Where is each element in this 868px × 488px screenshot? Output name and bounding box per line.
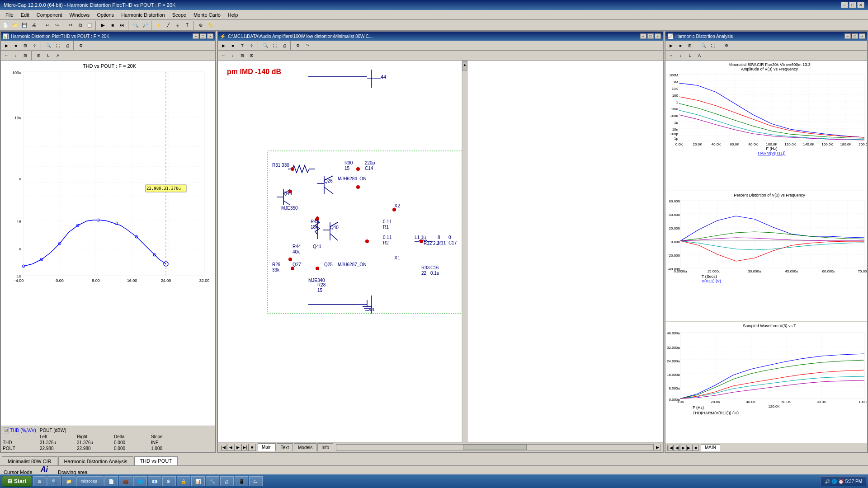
taskbar-app-4[interactable]: microcap (76, 476, 104, 486)
taskbar-app-7[interactable]: 🌐 (133, 476, 147, 486)
sch-hscrollbar[interactable] (336, 444, 654, 450)
toolbar-save[interactable]: 💾 (20, 21, 29, 30)
sch-tb-zoom[interactable]: 🔍 (261, 41, 270, 50)
harm-tb-prop[interactable]: ⚙ (722, 41, 731, 50)
taskbar-app-1[interactable]: 🖥 (33, 476, 47, 486)
harm-tb-step[interactable]: ⊞ (685, 41, 694, 50)
harmonic-maximize[interactable]: □ (852, 33, 858, 39)
thd-tb2-log[interactable]: L (44, 51, 53, 60)
sch-tb-stop[interactable]: ■ (228, 41, 237, 50)
sch-tb-wave[interactable]: 〜 (303, 41, 312, 50)
taskbar-app-5[interactable]: 📄 (104, 476, 118, 486)
sch-nav-prev[interactable]: ◀ (227, 444, 234, 451)
sch-nav-stop[interactable]: ■ (249, 444, 256, 451)
thd-tb2-b[interactable]: ↕ (11, 51, 20, 60)
taskbar-app-12[interactable]: 🔧 (206, 476, 219, 486)
harm-tb2-b[interactable]: ↕ (676, 51, 685, 60)
start-button[interactable]: ⊞ Start (2, 476, 32, 487)
sch-tb-cursor[interactable]: ⊹ (247, 41, 256, 50)
toolbar-undo[interactable]: ↩ (43, 21, 52, 30)
toolbar-redo[interactable]: ↪ (52, 21, 61, 30)
harm-tb-stop[interactable]: ■ (676, 41, 685, 50)
menu-windows[interactable]: Windows (66, 11, 94, 19)
thd-checkbox[interactable]: ☑ (3, 427, 9, 433)
menu-harmonic[interactable]: Harmonic Distortion (118, 11, 169, 19)
taskbar-app-15[interactable]: 🗂 (249, 476, 263, 486)
taskbar-app-6[interactable]: 💼 (119, 476, 132, 486)
toolbar-copy[interactable]: ⧉ (75, 21, 85, 30)
sch-tb2-a[interactable]: ↔ (219, 51, 228, 60)
schematic-content[interactable]: pm IMD -140 dB 44 -44 R31 330 (218, 61, 663, 452)
harm-nav-first[interactable]: |◀ (667, 445, 674, 451)
taskbar-app-9[interactable]: ⚙ (162, 476, 176, 486)
toolbar-run[interactable]: ▶ (99, 21, 108, 30)
harm-tb2-a[interactable]: ↔ (666, 51, 675, 60)
toolbar-component[interactable]: ⚡ (154, 21, 163, 30)
toolbar-text[interactable]: T (183, 21, 192, 30)
taskbar-app-14[interactable]: 📱 (235, 476, 248, 486)
taskbar-app-11[interactable]: 📊 (191, 476, 205, 486)
schematic-close[interactable]: × (655, 33, 661, 39)
sch-tb-run[interactable]: ▶ (219, 41, 228, 50)
toolbar-cut[interactable]: ✂ (66, 21, 75, 30)
harmonic-close[interactable]: × (859, 33, 865, 39)
sch-tab-main[interactable]: Main (258, 443, 276, 451)
menu-options[interactable]: Options (93, 11, 118, 19)
harm-tb-fit[interactable]: ⛶ (708, 41, 717, 50)
sch-tb-fit[interactable]: ⛶ (270, 41, 279, 50)
tab-harmonic[interactable]: Harmonic Distortion Analysis (58, 456, 133, 465)
menu-edit[interactable]: Edit (17, 11, 33, 19)
toolbar-ground[interactable]: ⏚ (173, 21, 182, 30)
sch-tb-print[interactable]: 🖨 (280, 41, 289, 50)
thd-tb-run[interactable]: ▶ (2, 41, 11, 50)
toolbar-open[interactable]: 📁 (10, 21, 19, 30)
harm-tb2-lin[interactable]: A (695, 51, 704, 60)
thd-tb-prop[interactable]: ⚙ (76, 41, 85, 50)
toolbar-step[interactable]: ⏭ (118, 21, 127, 30)
thd-minimize[interactable]: − (193, 33, 199, 39)
menu-scope[interactable]: Scope (169, 11, 190, 19)
toolbar-new[interactable]: 📄 (1, 21, 10, 30)
sch-nav-next[interactable]: ▶ (234, 444, 241, 451)
thd-plot-content[interactable]: THD vs POUT : F = 20K (1, 61, 215, 426)
minimize-btn[interactable]: − (841, 2, 848, 8)
harmonic-minimize[interactable]: − (844, 33, 851, 39)
menu-file[interactable]: File (2, 11, 17, 19)
tab-thd-pout[interactable]: THD vs POUT (134, 456, 178, 465)
thd-tb-cursor[interactable]: ⊹ (30, 41, 39, 50)
toolbar-paste[interactable]: 📋 (85, 21, 94, 30)
thd-tb-zoom[interactable]: 🔍 (44, 41, 53, 50)
menu-montecarlo[interactable]: Monte Carlo (190, 11, 224, 19)
thd-close[interactable]: × (207, 33, 213, 39)
toolbar-stop[interactable]: ■ (108, 21, 117, 30)
thd-tb2-c[interactable]: ⊞ (21, 51, 30, 60)
toolbar-measure[interactable]: 📏 (206, 21, 215, 30)
harm-tab-main[interactable]: MAIN (701, 444, 720, 451)
toolbar-print[interactable]: 🖨 (29, 21, 38, 30)
schematic-minimize[interactable]: − (640, 33, 646, 39)
harm-nav-next[interactable]: ▶ (680, 445, 686, 451)
thd-tb2-a[interactable]: ↔ (2, 51, 11, 60)
sch-nav-first[interactable]: |◀ (220, 444, 227, 451)
harm-nav-prev[interactable]: ◀ (674, 445, 680, 451)
taskbar-app-8[interactable]: 📧 (148, 476, 161, 486)
sch-tb-prop[interactable]: ⚙ (293, 41, 302, 50)
harm-tb-run[interactable]: ▶ (666, 41, 675, 50)
taskbar-app-13[interactable]: 🖨 (220, 476, 234, 486)
sch-tab-models[interactable]: Models (294, 443, 316, 451)
taskbar-app-3[interactable]: 📁 (62, 476, 75, 486)
toolbar-zoom-in[interactable]: 🔍 (131, 21, 140, 30)
schematic-maximize[interactable]: □ (647, 33, 654, 39)
sch-tb-t[interactable]: T (238, 41, 247, 50)
harm-tb-zoom[interactable]: 🔍 (699, 41, 708, 50)
thd-tb2-grid[interactable]: ⊞ (34, 51, 43, 60)
thd-maximize[interactable]: □ (200, 33, 206, 39)
thd-tb-step[interactable]: ⊞ (21, 41, 30, 50)
toolbar-wire[interactable]: ╱ (164, 21, 173, 30)
thd-tb2-lin[interactable]: A (53, 51, 62, 60)
sch-nav-last[interactable]: ▶| (241, 444, 249, 451)
sch-tab-info[interactable]: Info (317, 443, 333, 451)
sch-tb2-d[interactable]: ⊠ (247, 51, 256, 60)
harmonic-content[interactable]: Minimalist 80W.CIR Fa=20k Vline=600m 13.… (665, 61, 867, 452)
taskbar-app-10[interactable]: 🔒 (177, 476, 190, 486)
